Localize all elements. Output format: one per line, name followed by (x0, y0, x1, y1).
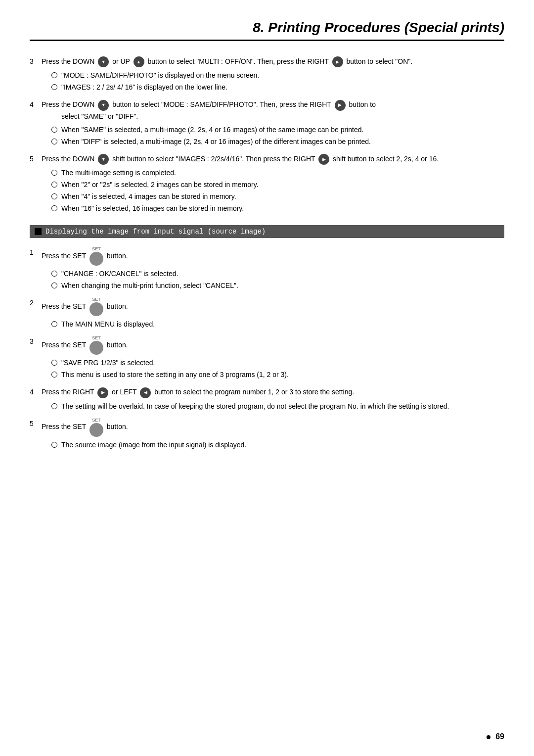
sub-item5-text: Press the SET SET button. (42, 423, 128, 430)
circle-bullet (51, 139, 57, 144)
item-content: Press the SET SET button. "CHANGE : OK/C… (42, 247, 504, 292)
bullet-item: When "SAME" is selected, a multi-image (… (51, 125, 504, 135)
item-number: 4 (30, 99, 42, 110)
circle-bullet (51, 72, 57, 78)
item-content: Press the RIGHT or LEFT button to select… (42, 386, 504, 413)
item5-bullets: The multi-image setting is completed. Wh… (51, 168, 504, 214)
set-label: SET (92, 247, 101, 251)
bullet-item: When "2" or "2s" is selected, 2 images c… (51, 180, 504, 190)
item-content: Press the DOWN or UP button to select "M… (42, 56, 504, 94)
circle-bullet (51, 170, 57, 176)
sub-item1-text: Press the SET SET button. (42, 252, 128, 260)
item-content: Press the SET SET button. The MAIN MENU … (42, 297, 504, 331)
item-number: 3 (30, 56, 42, 67)
circle-bullet (51, 193, 57, 199)
item-number: 4 (30, 386, 42, 397)
right-button-icon (335, 100, 346, 111)
bullet-item: When "4" is selected, 4 images can be st… (51, 191, 504, 202)
set-label: SET (92, 297, 101, 302)
bullet-item: When changing the multi-print function, … (51, 281, 504, 291)
circle-bullet (51, 271, 57, 277)
circle-bullet (51, 127, 57, 133)
circle-bullet (51, 372, 57, 378)
sub-item2-text: Press the SET SET button. (42, 302, 128, 310)
up-button-icon (134, 56, 144, 67)
item4-continued: select "SAME" or "DIFF". (61, 111, 504, 122)
page-number-text: 69 (495, 732, 504, 741)
set-button-icon (89, 302, 103, 316)
sub-item3-text: Press the SET SET button. (42, 341, 128, 349)
bullet-item: When "DIFF" is selected, a multi-image (… (51, 137, 504, 147)
down-button-icon (98, 154, 109, 165)
set-button-icon (89, 341, 103, 355)
sub-item4-bullets: The setting will be overlaid. In case of… (51, 401, 504, 412)
item-content: Press the SET SET button. The source ima… (42, 418, 504, 452)
set-button-wrap: SET (89, 336, 103, 355)
bullet-item: The multi-image setting is completed. (51, 168, 504, 178)
sub-item1-bullets: "CHANGE : OK/CANCEL" is selected. When c… (51, 269, 504, 291)
bullet-item: When "16" is selected, 16 images can be … (51, 203, 504, 214)
page-dot-icon (487, 735, 490, 739)
bullet-item: "CHANGE : OK/CANCEL" is selected. (51, 269, 504, 279)
bullet-item: "MODE : SAME/DIFF/PHOTO" is displayed on… (51, 70, 504, 81)
black-square-icon (35, 228, 42, 235)
item-content: Press the DOWN button to select "MODE : … (42, 99, 504, 148)
right-button-icon (318, 154, 329, 165)
circle-bullet (51, 205, 57, 211)
circle-bullet (51, 403, 57, 409)
sub-item-2: 2 Press the SET SET button. The MAIN MEN… (30, 297, 504, 331)
set-label: SET (92, 336, 101, 340)
top-item-4: 4 Press the DOWN button to select "MODE … (30, 99, 504, 148)
circle-bullet (51, 84, 57, 90)
section-header: Displaying the image from input signal (… (30, 225, 504, 238)
top-item-3: 3 Press the DOWN or UP button to select … (30, 56, 504, 94)
bullet-item: The MAIN MENU is displayed. (51, 319, 504, 330)
page-number: 69 (487, 732, 504, 741)
bullet-item: "IMAGES : 2 / 2s/ 4/ 16" is displayed on… (51, 82, 504, 93)
bullet-item: This menu is used to store the setting i… (51, 370, 504, 380)
page-title: 8. Printing Procedures (Special prints) (30, 20, 504, 41)
sub-item-1: 1 Press the SET SET button. "CHANGE : OK… (30, 247, 504, 292)
item3-text: Press the DOWN or UP button to select "M… (42, 57, 412, 65)
circle-bullet (51, 442, 57, 448)
item4-bullets: When "SAME" is selected, a multi-image (… (51, 125, 504, 147)
circle-bullet (51, 321, 57, 327)
item4-text: Press the DOWN button to select "MODE : … (42, 100, 376, 108)
sub-item3-bullets: "SAVE PRG 1/2/3" is selected. This menu … (51, 358, 504, 380)
down-button-icon (98, 56, 109, 67)
item-number: 3 (30, 336, 42, 347)
item-content: Press the SET SET button. "SAVE PRG 1/2/… (42, 336, 504, 381)
item-number: 1 (30, 247, 42, 258)
set-button-wrap: SET (89, 247, 103, 266)
circle-bullet (51, 182, 57, 188)
bullet-item: The setting will be overlaid. In case of… (51, 401, 504, 412)
circle-bullet (51, 360, 57, 366)
section-header-text: Displaying the image from input signal (… (45, 228, 266, 236)
set-button-wrap: SET (89, 297, 103, 316)
item5-text: Press the DOWN shift button to select "I… (42, 155, 439, 163)
top-item-5: 5 Press the DOWN shift button to select … (30, 153, 504, 215)
set-label: SET (92, 418, 101, 423)
sub-item-3: 3 Press the SET SET button. "SAVE PRG 1/… (30, 336, 504, 381)
bullet-item: "SAVE PRG 1/2/3" is selected. (51, 358, 504, 368)
sub-item2-bullets: The MAIN MENU is displayed. (51, 319, 504, 330)
item-content: Press the DOWN shift button to select "I… (42, 153, 504, 215)
set-button-icon (89, 423, 103, 437)
item3-bullets: "MODE : SAME/DIFF/PHOTO" is displayed on… (51, 70, 504, 93)
sub-item5-bullets: The source image (image from the input s… (51, 440, 504, 450)
sub-item-5: 5 Press the SET SET button. The source i… (30, 418, 504, 452)
bullet-item: The source image (image from the input s… (51, 440, 504, 450)
item-number: 5 (30, 418, 42, 429)
item-number: 5 (30, 153, 42, 164)
circle-bullet (51, 283, 57, 288)
set-button-icon (89, 252, 103, 266)
sub-item-4: 4 Press the RIGHT or LEFT button to sele… (30, 386, 504, 413)
item-number: 2 (30, 297, 42, 308)
left-button-icon (140, 387, 151, 398)
right-button-icon (97, 387, 108, 398)
sub-item4-text: Press the RIGHT or LEFT button to select… (42, 388, 354, 396)
right-button-icon (332, 56, 343, 67)
set-button-wrap: SET (89, 418, 103, 437)
down-button-icon (98, 100, 109, 111)
